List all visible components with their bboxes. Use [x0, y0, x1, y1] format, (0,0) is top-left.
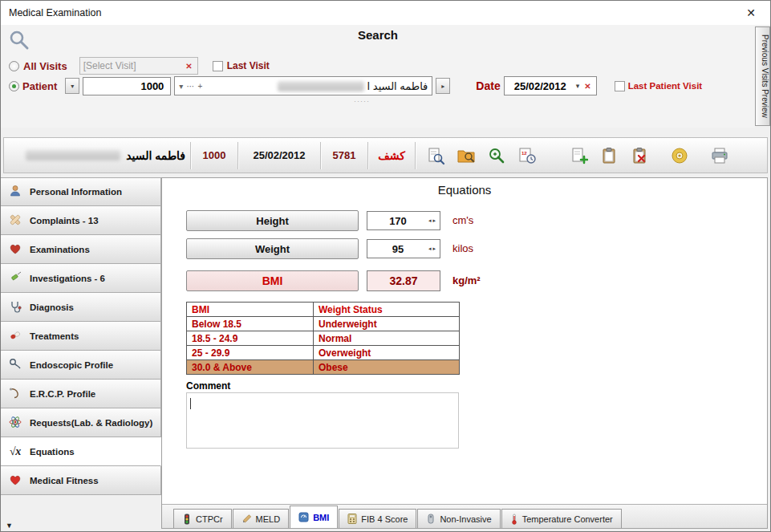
atom-icon	[7, 416, 23, 430]
table-header: Weight Status	[314, 303, 460, 317]
tab-label: MELD	[256, 514, 281, 524]
weight-stepper[interactable]: 95 ◂▸	[367, 239, 440, 258]
table-row: Below 18.5 Underweight	[187, 317, 460, 331]
tab-meld[interactable]: MELD	[233, 509, 290, 528]
equations-panel: Equations Height 170 ◂▸ cm's Weight 95 ◂…	[161, 177, 768, 529]
combo-dropdown-icon[interactable]: ▾	[179, 82, 183, 91]
toolbar-separator	[415, 142, 416, 169]
date-dropdown-icon[interactable]: ▾	[576, 82, 580, 90]
patient-id-input[interactable]: 1000	[83, 77, 171, 95]
height-stepper[interactable]: 170 ◂▸	[367, 211, 440, 230]
last-patient-visit-checkbox[interactable]	[615, 81, 625, 91]
combo-plus-icon[interactable]: +	[197, 82, 202, 91]
height-button[interactable]: Height	[186, 210, 359, 231]
sidebar-item-personal-information[interactable]: Personal Information	[1, 177, 161, 206]
tab-bmi[interactable]: BMI	[290, 506, 338, 528]
toolbar-separator	[320, 142, 321, 169]
bmi-result-field: 32.87	[367, 270, 440, 291]
table-cell: 18.5 - 24.9	[187, 331, 314, 346]
table-cell: Overweight	[314, 346, 460, 360]
sidebar-item-label: Requests(Lab. & Radiology)	[30, 418, 152, 428]
resize-grip: ·····	[354, 97, 370, 105]
zoom-search-button[interactable]	[481, 140, 512, 171]
tab-temperature-converter[interactable]: Temperature Converter	[501, 509, 622, 528]
pencil-icon	[241, 514, 252, 524]
ercp-scope-icon	[7, 387, 23, 401]
last-patient-visit-label: Last Patient Visit	[628, 81, 702, 91]
sidebar-item-label: Treatments	[30, 331, 79, 341]
combo-ellipsis-icon[interactable]: ⋯	[186, 82, 194, 91]
bmi-button[interactable]: BMI	[186, 270, 359, 291]
sidebar-item-label: Medical Fitness	[30, 476, 99, 485]
patient-label: Patient	[22, 80, 57, 92]
copy-visit-button[interactable]	[594, 140, 624, 171]
sidebar-item-diagnosis[interactable]: Diagnosis	[1, 293, 161, 322]
folder-search-icon	[457, 146, 476, 165]
table-cell: 25 - 29.9	[187, 346, 314, 360]
weight-value: 95	[367, 243, 428, 255]
last-visit-checkbox[interactable]	[213, 61, 223, 71]
tab-ctpcr[interactable]: CTPCr	[173, 509, 232, 528]
green-magnifier-icon	[487, 146, 506, 165]
sqrt-icon: √x	[7, 445, 23, 458]
weight-button[interactable]: Weight	[186, 238, 359, 259]
sidebar-item-requests[interactable]: Requests(Lab. & Radiology)	[1, 408, 161, 437]
preview-document-button[interactable]	[420, 140, 451, 171]
next-patient-icon[interactable]: ▸	[436, 78, 450, 94]
sidebar-item-investigations[interactable]: Investigations - 6	[1, 264, 161, 293]
weight-unit: kilos	[452, 242, 473, 254]
sidebar-item-label: Investigations - 6	[30, 274, 105, 283]
search-row-visits: All Visits [Select Visit] ✕ Last Visit	[9, 57, 270, 75]
clear-visit-icon[interactable]: ✕	[184, 62, 193, 71]
stepper-arrows-icon[interactable]: ◂▸	[428, 246, 440, 252]
person-icon	[7, 185, 23, 199]
sidebar-item-treatments[interactable]: Treatments	[1, 322, 161, 351]
toolbar-separator	[367, 142, 368, 169]
clipboard-delete-icon	[630, 146, 649, 165]
search-folder-button[interactable]	[451, 140, 481, 171]
tab-non-invasive[interactable]: Non-Invasive	[417, 509, 500, 528]
toolbar-visit-type: كشف	[373, 149, 410, 162]
sidebar-item-label: Endoscopic Profile	[30, 360, 113, 370]
new-visit-button[interactable]	[563, 140, 594, 171]
sidebar-item-equations[interactable]: √x Equations	[1, 437, 161, 466]
table-cell: Below 18.5	[187, 317, 314, 331]
comment-input[interactable]	[186, 392, 459, 449]
close-icon[interactable]: ✕	[740, 6, 762, 19]
search-row-patient: Patient ▾ 1000 ▾ ⋯ + فاطمه السيد ا ▸ Dat…	[9, 76, 702, 95]
toolbar-visit-date: 25/02/2012	[243, 149, 315, 161]
app-window: Medical Examination ✕ Search All Visits …	[0, 0, 771, 532]
delete-visit-button[interactable]	[624, 140, 655, 171]
cd-icon	[670, 146, 689, 165]
table-header-row: BMI Weight Status	[187, 303, 460, 317]
sidebar-item-examinations[interactable]: Examinations	[1, 235, 161, 264]
previous-visits-preview-tab[interactable]: Previous Visits Preview	[755, 26, 770, 126]
sidebar-scroll-down-icon[interactable]: ▼	[6, 522, 13, 530]
sidebar-item-ercp-profile[interactable]: E.R.C.P. Profile	[1, 380, 161, 408]
toolbar-patient-id: 1000	[196, 149, 233, 161]
patient-field-dropdown-icon[interactable]: ▾	[65, 78, 79, 94]
visit-report-button[interactable]: 12	[512, 140, 542, 171]
sidebar-item-endoscopic-profile[interactable]: Endoscopic Profile	[1, 351, 161, 380]
all-visits-radio[interactable]	[9, 61, 19, 71]
date-clear-icon[interactable]: ✕	[582, 82, 592, 91]
calculator-icon	[347, 514, 357, 524]
patient-radio[interactable]	[9, 81, 19, 91]
print-button[interactable]	[704, 140, 735, 171]
text-caret	[190, 398, 191, 409]
traffic-light-icon	[182, 514, 192, 525]
sidebar-item-label: Equations	[30, 447, 75, 457]
date-picker[interactable]: 25/02/2012 ▾ ✕	[504, 76, 597, 95]
height-value: 170	[367, 215, 428, 227]
titlebar: Medical Examination ✕	[1, 1, 770, 25]
stepper-arrows-icon[interactable]: ◂▸	[428, 217, 440, 224]
tab-fib4-score[interactable]: FIB 4 Score	[339, 509, 416, 528]
select-visit-combobox[interactable]: [Select Visit] ✕	[79, 57, 198, 75]
comment-label: Comment	[186, 380, 230, 392]
save-disc-button[interactable]	[664, 140, 695, 171]
patient-name-combobox[interactable]: ▾ ⋯ + فاطمه السيد ا	[174, 76, 432, 95]
sidebar-item-complaints[interactable]: Complaints - 13	[1, 206, 161, 235]
pill-icon	[7, 329, 23, 343]
sidebar-item-medical-fitness[interactable]: Medical Fitness	[1, 466, 161, 495]
toolbar-patient-name: فاطمه السيد	[10, 149, 185, 162]
